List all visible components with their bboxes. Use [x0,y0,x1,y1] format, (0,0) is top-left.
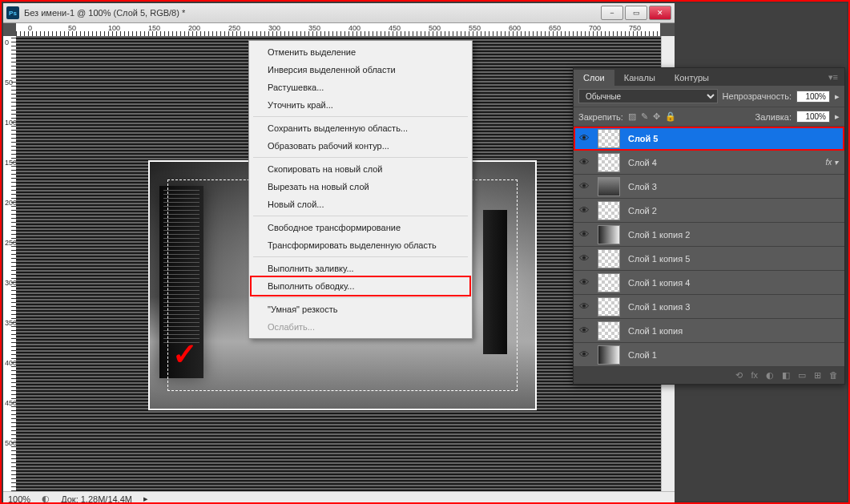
lock-all-icon[interactable]: 🔒 [665,111,676,122]
layer-row[interactable]: 👁Слой 4fx ▾ [574,151,844,175]
layer-fx-indicator[interactable]: fx ▾ [825,158,844,167]
chevron-down-icon[interactable]: ▸ [835,91,840,102]
layer-row[interactable]: 👁Слой 1 копия 2 [574,223,844,247]
panel-footer: ⟲fx◐◧▭⊞🗑 [574,367,844,384]
menu-item[interactable]: Сохранить выделенную область... [252,119,469,137]
menu-item[interactable]: Отменить выделение [252,43,469,61]
layer-name[interactable]: Слой 1 копия 3 [623,302,844,312]
layer-name[interactable]: Слой 1 копия [623,326,844,336]
layer-row[interactable]: 👁Слой 1 копия 3 [574,295,844,319]
layers-panel: Слои Каналы Контуры ▾≡ Обычные Непрозрач… [573,67,845,385]
visibility-eye-icon[interactable]: 👁 [574,252,594,264]
tab-paths[interactable]: Контуры [665,70,719,86]
menu-separator [253,297,468,298]
visibility-eye-icon[interactable]: 👁 [574,204,594,216]
lock-paint-icon[interactable]: ✎ [641,111,648,122]
layer-thumbnail[interactable] [598,225,620,244]
lock-transparency-icon[interactable]: ▨ [628,111,636,122]
visibility-eye-icon[interactable]: 👁 [574,276,594,288]
menu-item[interactable]: Инверсия выделенной области [252,61,469,79]
menu-item[interactable]: Новый слой... [252,196,469,213]
layer-name[interactable]: Слой 1 копия 5 [623,254,844,264]
building-right [483,210,507,354]
statusbar: 100% ◐ Док: 1,28M/14,4M ▸ [3,491,675,504]
panel-menu-icon[interactable]: ▾≡ [822,69,844,86]
layer-thumbnail[interactable] [598,201,620,220]
layer-thumbnail[interactable] [598,129,620,148]
menu-item[interactable]: Растушевка... [252,79,469,96]
layer-thumbnail[interactable] [598,345,620,365]
layer-thumbnail[interactable] [598,297,620,317]
tab-layers[interactable]: Слои [574,70,614,86]
panel-footer-icon[interactable]: ◧ [782,370,790,381]
visibility-eye-icon[interactable]: 👁 [574,349,594,361]
layer-row[interactable]: 👁Слой 1 копия [574,319,844,343]
visibility-eye-icon[interactable]: 👁 [574,132,594,144]
menu-item: Ослабить... [252,318,469,336]
layers-list: 👁Слой 5👁Слой 4fx ▾👁Слой 3👁Слой 2👁Слой 1 … [574,127,844,367]
menu-item[interactable]: Свободное трансформирование [252,219,469,236]
panel-footer-icon[interactable]: fx [751,370,758,381]
menu-separator [253,157,468,158]
close-button[interactable]: ✕ [649,6,671,20]
panel-footer-icon[interactable]: ▭ [798,370,806,381]
menu-item[interactable]: Трансформировать выделенную область [252,236,469,254]
lock-position-icon[interactable]: ✥ [653,111,660,122]
panel-footer-icon[interactable]: ⊞ [814,370,821,381]
blend-mode-select[interactable]: Обычные [578,89,718,103]
context-menu: Отменить выделениеИнверсия выделенной об… [248,40,473,339]
menu-item[interactable]: Выполнить обводку... [250,276,471,296]
layer-name[interactable]: Слой 4 [623,158,825,167]
doc-size: Док: 1,28M/14,4M [61,494,132,504]
chevron-right-icon[interactable]: ▸ [143,494,148,504]
ruler-vertical[interactable]: 050100150200250300350400450500 [3,36,16,491]
layer-row[interactable]: 👁Слой 3 [574,175,844,199]
layer-row[interactable]: 👁Слой 1 копия 4 [574,271,844,295]
visibility-eye-icon[interactable]: 👁 [574,325,594,337]
layer-name[interactable]: Слой 1 копия 2 [623,230,844,240]
layer-thumbnail[interactable] [598,273,620,292]
panel-footer-icon[interactable]: 🗑 [829,370,838,381]
visibility-eye-icon[interactable]: 👁 [574,228,594,240]
ruler-horizontal[interactable]: 0501001502002503003504004505005506006507… [16,23,660,36]
tab-channels[interactable]: Каналы [614,70,665,86]
minimize-button[interactable]: − [601,6,623,20]
layer-thumbnail[interactable] [598,321,620,341]
visibility-eye-icon[interactable]: 👁 [574,300,594,312]
zoom-level[interactable]: 100% [8,494,30,504]
red-checkmark-annotation: ✓ [172,337,198,372]
layer-name[interactable]: Слой 3 [623,182,844,192]
layer-row[interactable]: 👁Слой 2 [574,199,844,223]
opacity-label: Непрозрачность: [723,91,792,101]
layer-name[interactable]: Слой 1 копия 4 [623,278,844,288]
layer-name[interactable]: Слой 1 [623,350,844,360]
layer-row[interactable]: 👁Слой 1 копия 5 [574,247,844,271]
window-title: Без имени-1 @ 100% (Слой 5, RGB/8) * [24,8,601,18]
menu-item[interactable]: Скопировать на новый слой [252,160,469,178]
layer-name[interactable]: Слой 5 [623,134,844,143]
chevron-down-icon[interactable]: ▸ [835,111,840,122]
layer-thumbnail[interactable] [598,177,620,196]
lock-label: Закрепить: [578,112,623,122]
visibility-eye-icon[interactable]: 👁 [574,156,594,168]
panel-footer-icon[interactable]: ◐ [766,370,774,381]
menu-item[interactable]: Вырезать на новый слой [252,178,469,196]
layer-name[interactable]: Слой 2 [623,206,844,216]
maximize-button[interactable]: ▭ [625,6,647,20]
fill-input[interactable] [796,111,830,123]
menu-separator [253,256,468,257]
eyedropper-icon: ◐ [42,494,50,504]
menu-item[interactable]: Уточнить край... [252,96,469,114]
layer-row[interactable]: 👁Слой 1 [574,343,844,367]
menu-item[interactable]: Образовать рабочий контур... [252,137,469,155]
opacity-input[interactable] [796,91,830,103]
menu-separator [253,216,468,216]
visibility-eye-icon[interactable]: 👁 [574,180,594,192]
layer-row[interactable]: 👁Слой 5 [574,127,844,151]
layer-thumbnail[interactable] [598,153,620,172]
panel-footer-icon[interactable]: ⟲ [735,370,743,381]
titlebar[interactable]: Ps Без имени-1 @ 100% (Слой 5, RGB/8) * … [3,3,675,23]
menu-item[interactable]: "Умная" резкость [252,300,469,318]
layer-thumbnail[interactable] [598,249,620,268]
menu-item[interactable]: Выполнить заливку... [252,260,469,277]
